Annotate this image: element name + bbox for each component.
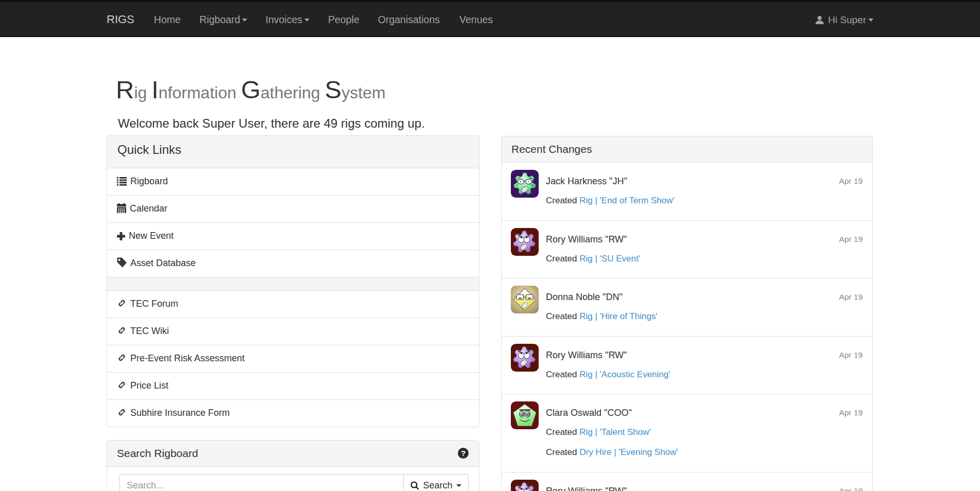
svg-text:?: ? <box>461 449 466 458</box>
